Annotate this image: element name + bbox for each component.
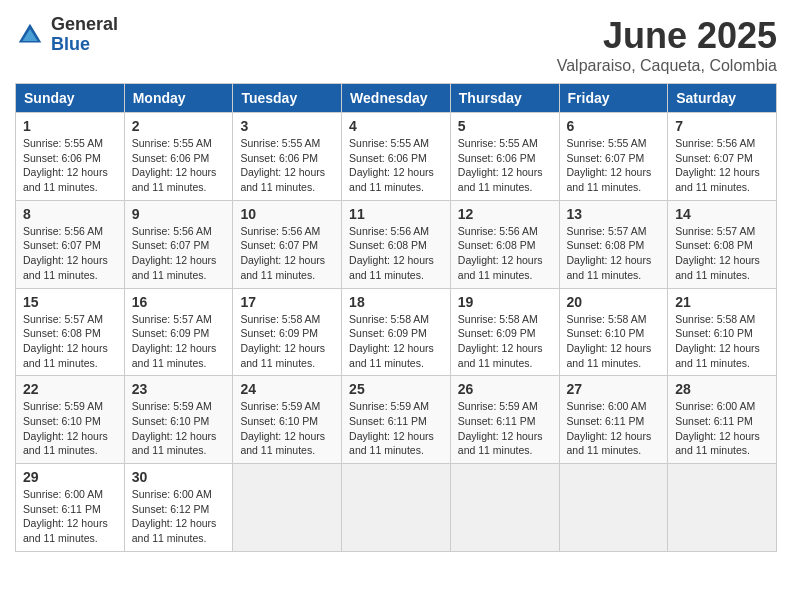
calendar-day-cell: 14Sunrise: 5:57 AMSunset: 6:08 PMDayligh…: [668, 200, 777, 288]
day-info: Sunrise: 5:59 AMSunset: 6:10 PMDaylight:…: [240, 399, 334, 458]
day-info: Sunrise: 5:59 AMSunset: 6:11 PMDaylight:…: [349, 399, 443, 458]
calendar-day-cell: 20Sunrise: 5:58 AMSunset: 6:10 PMDayligh…: [559, 288, 668, 376]
calendar-table: SundayMondayTuesdayWednesdayThursdayFrid…: [15, 83, 777, 552]
day-number: 11: [349, 206, 443, 222]
calendar-day-cell: 30Sunrise: 6:00 AMSunset: 6:12 PMDayligh…: [124, 464, 233, 552]
day-info: Sunrise: 5:56 AMSunset: 6:07 PMDaylight:…: [132, 224, 226, 283]
calendar-day-cell: [342, 464, 451, 552]
calendar-day-cell: 13Sunrise: 5:57 AMSunset: 6:08 PMDayligh…: [559, 200, 668, 288]
day-number: 12: [458, 206, 552, 222]
logo: General Blue: [15, 15, 118, 55]
calendar-week-row: 29Sunrise: 6:00 AMSunset: 6:11 PMDayligh…: [16, 464, 777, 552]
day-number: 17: [240, 294, 334, 310]
month-title: June 2025: [557, 15, 777, 57]
calendar-day-cell: 15Sunrise: 5:57 AMSunset: 6:08 PMDayligh…: [16, 288, 125, 376]
calendar-day-cell: 1Sunrise: 5:55 AMSunset: 6:06 PMDaylight…: [16, 113, 125, 201]
calendar-day-cell: 11Sunrise: 5:56 AMSunset: 6:08 PMDayligh…: [342, 200, 451, 288]
logo-general: General: [51, 15, 118, 35]
calendar-day-cell: 25Sunrise: 5:59 AMSunset: 6:11 PMDayligh…: [342, 376, 451, 464]
day-info: Sunrise: 6:00 AMSunset: 6:12 PMDaylight:…: [132, 487, 226, 546]
day-number: 15: [23, 294, 117, 310]
calendar-day-cell: 17Sunrise: 5:58 AMSunset: 6:09 PMDayligh…: [233, 288, 342, 376]
weekday-header: Thursday: [450, 84, 559, 113]
calendar-day-cell: 7Sunrise: 5:56 AMSunset: 6:07 PMDaylight…: [668, 113, 777, 201]
day-info: Sunrise: 5:58 AMSunset: 6:09 PMDaylight:…: [240, 312, 334, 371]
calendar-day-cell: 16Sunrise: 5:57 AMSunset: 6:09 PMDayligh…: [124, 288, 233, 376]
day-info: Sunrise: 5:59 AMSunset: 6:10 PMDaylight:…: [23, 399, 117, 458]
day-info: Sunrise: 5:58 AMSunset: 6:09 PMDaylight:…: [458, 312, 552, 371]
weekday-header: Saturday: [668, 84, 777, 113]
day-info: Sunrise: 5:57 AMSunset: 6:08 PMDaylight:…: [567, 224, 661, 283]
location-title: Valparaiso, Caqueta, Colombia: [557, 57, 777, 75]
day-number: 10: [240, 206, 334, 222]
day-info: Sunrise: 5:58 AMSunset: 6:10 PMDaylight:…: [675, 312, 769, 371]
day-info: Sunrise: 6:00 AMSunset: 6:11 PMDaylight:…: [567, 399, 661, 458]
day-info: Sunrise: 5:55 AMSunset: 6:06 PMDaylight:…: [240, 136, 334, 195]
day-number: 19: [458, 294, 552, 310]
calendar-day-cell: [668, 464, 777, 552]
calendar-day-cell: [450, 464, 559, 552]
day-number: 3: [240, 118, 334, 134]
day-number: 4: [349, 118, 443, 134]
day-number: 30: [132, 469, 226, 485]
calendar-week-row: 15Sunrise: 5:57 AMSunset: 6:08 PMDayligh…: [16, 288, 777, 376]
calendar-day-cell: 29Sunrise: 6:00 AMSunset: 6:11 PMDayligh…: [16, 464, 125, 552]
day-info: Sunrise: 6:00 AMSunset: 6:11 PMDaylight:…: [675, 399, 769, 458]
day-number: 8: [23, 206, 117, 222]
day-number: 5: [458, 118, 552, 134]
day-number: 1: [23, 118, 117, 134]
day-number: 22: [23, 381, 117, 397]
day-number: 9: [132, 206, 226, 222]
calendar-week-row: 22Sunrise: 5:59 AMSunset: 6:10 PMDayligh…: [16, 376, 777, 464]
calendar-day-cell: 10Sunrise: 5:56 AMSunset: 6:07 PMDayligh…: [233, 200, 342, 288]
day-info: Sunrise: 5:57 AMSunset: 6:09 PMDaylight:…: [132, 312, 226, 371]
calendar-day-cell: 21Sunrise: 5:58 AMSunset: 6:10 PMDayligh…: [668, 288, 777, 376]
day-number: 26: [458, 381, 552, 397]
day-number: 23: [132, 381, 226, 397]
calendar-day-cell: 23Sunrise: 5:59 AMSunset: 6:10 PMDayligh…: [124, 376, 233, 464]
calendar-day-cell: 26Sunrise: 5:59 AMSunset: 6:11 PMDayligh…: [450, 376, 559, 464]
day-number: 14: [675, 206, 769, 222]
weekday-header: Sunday: [16, 84, 125, 113]
calendar-day-cell: 5Sunrise: 5:55 AMSunset: 6:06 PMDaylight…: [450, 113, 559, 201]
calendar-day-cell: 8Sunrise: 5:56 AMSunset: 6:07 PMDaylight…: [16, 200, 125, 288]
day-info: Sunrise: 5:55 AMSunset: 6:06 PMDaylight:…: [23, 136, 117, 195]
day-info: Sunrise: 5:56 AMSunset: 6:08 PMDaylight:…: [349, 224, 443, 283]
day-number: 18: [349, 294, 443, 310]
calendar-day-cell: 28Sunrise: 6:00 AMSunset: 6:11 PMDayligh…: [668, 376, 777, 464]
day-info: Sunrise: 5:59 AMSunset: 6:10 PMDaylight:…: [132, 399, 226, 458]
calendar-week-row: 1Sunrise: 5:55 AMSunset: 6:06 PMDaylight…: [16, 113, 777, 201]
day-info: Sunrise: 5:58 AMSunset: 6:09 PMDaylight:…: [349, 312, 443, 371]
weekday-header: Tuesday: [233, 84, 342, 113]
calendar-day-cell: 3Sunrise: 5:55 AMSunset: 6:06 PMDaylight…: [233, 113, 342, 201]
day-number: 25: [349, 381, 443, 397]
calendar-day-cell: 22Sunrise: 5:59 AMSunset: 6:10 PMDayligh…: [16, 376, 125, 464]
weekday-header: Friday: [559, 84, 668, 113]
calendar-day-cell: 12Sunrise: 5:56 AMSunset: 6:08 PMDayligh…: [450, 200, 559, 288]
day-info: Sunrise: 5:56 AMSunset: 6:07 PMDaylight:…: [675, 136, 769, 195]
calendar-week-row: 8Sunrise: 5:56 AMSunset: 6:07 PMDaylight…: [16, 200, 777, 288]
day-info: Sunrise: 5:55 AMSunset: 6:06 PMDaylight:…: [132, 136, 226, 195]
calendar-day-cell: 4Sunrise: 5:55 AMSunset: 6:06 PMDaylight…: [342, 113, 451, 201]
day-info: Sunrise: 5:58 AMSunset: 6:10 PMDaylight:…: [567, 312, 661, 371]
day-number: 2: [132, 118, 226, 134]
day-info: Sunrise: 5:57 AMSunset: 6:08 PMDaylight:…: [675, 224, 769, 283]
title-block: June 2025 Valparaiso, Caqueta, Colombia: [557, 15, 777, 75]
day-number: 29: [23, 469, 117, 485]
logo-text: General Blue: [51, 15, 118, 55]
day-number: 27: [567, 381, 661, 397]
day-info: Sunrise: 5:55 AMSunset: 6:07 PMDaylight:…: [567, 136, 661, 195]
logo-icon: [15, 20, 45, 50]
calendar-day-cell: 27Sunrise: 6:00 AMSunset: 6:11 PMDayligh…: [559, 376, 668, 464]
day-info: Sunrise: 6:00 AMSunset: 6:11 PMDaylight:…: [23, 487, 117, 546]
day-info: Sunrise: 5:55 AMSunset: 6:06 PMDaylight:…: [349, 136, 443, 195]
calendar-day-cell: [233, 464, 342, 552]
day-number: 24: [240, 381, 334, 397]
weekday-header-row: SundayMondayTuesdayWednesdayThursdayFrid…: [16, 84, 777, 113]
calendar-day-cell: [559, 464, 668, 552]
calendar-day-cell: 9Sunrise: 5:56 AMSunset: 6:07 PMDaylight…: [124, 200, 233, 288]
day-number: 16: [132, 294, 226, 310]
day-info: Sunrise: 5:56 AMSunset: 6:08 PMDaylight:…: [458, 224, 552, 283]
day-info: Sunrise: 5:59 AMSunset: 6:11 PMDaylight:…: [458, 399, 552, 458]
day-info: Sunrise: 5:57 AMSunset: 6:08 PMDaylight:…: [23, 312, 117, 371]
